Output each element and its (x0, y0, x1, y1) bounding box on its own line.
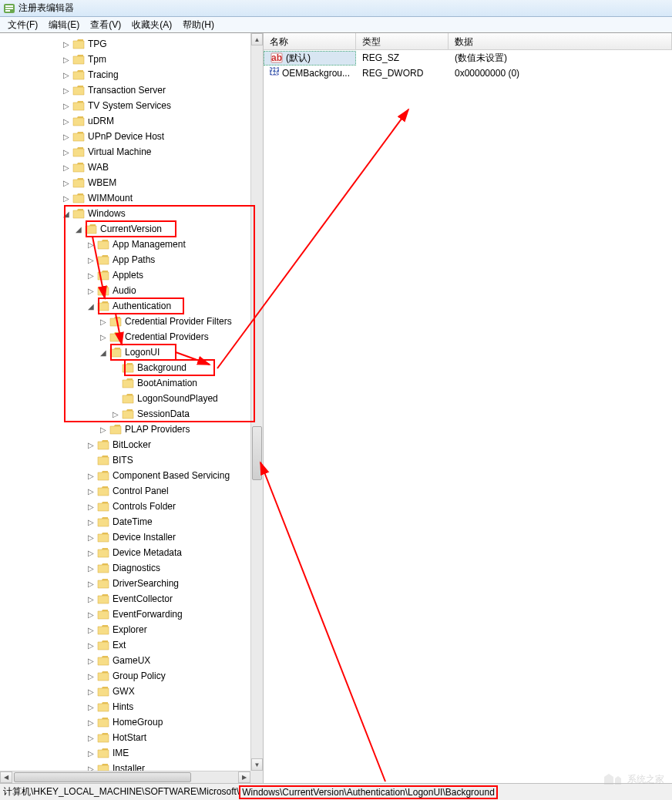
tree-node[interactable]: ▷DriverSearching (0, 576, 250, 591)
tree-node[interactable]: ▷Control Panel (0, 483, 250, 499)
tree-node[interactable]: ▷HotStart (0, 730, 250, 745)
tree-node[interactable]: ▷PLAP Providers (0, 422, 250, 437)
menu-edit[interactable]: 编辑(E) (44, 17, 84, 33)
expand-icon[interactable]: ▷ (99, 425, 108, 434)
tree-node[interactable]: ▷Transaction Server (0, 82, 250, 98)
expand-icon[interactable]: ▷ (62, 163, 71, 172)
hscroll-thumb[interactable] (14, 772, 191, 782)
expand-icon[interactable]: ▷ (62, 132, 71, 141)
expand-icon[interactable]: ▷ (62, 193, 71, 203)
expand-icon[interactable]: ▷ (99, 317, 108, 326)
expand-icon[interactable]: ▷ (62, 116, 71, 126)
tree-node[interactable]: ▷SessionData (0, 406, 250, 422)
expand-icon[interactable]: ▷ (86, 625, 96, 634)
tree-node[interactable]: ▷Audio (0, 283, 250, 298)
expand-icon[interactable]: ▷ (86, 548, 96, 557)
expand-icon[interactable]: ▷ (86, 255, 96, 264)
tree-node[interactable]: ◢Windows (0, 206, 250, 221)
expand-icon[interactable]: ▷ (86, 610, 96, 619)
scroll-down-button[interactable]: ▼ (251, 758, 263, 771)
expand-icon[interactable]: ▷ (86, 533, 96, 542)
tree-node[interactable]: ▷uDRM (0, 113, 250, 129)
expand-icon[interactable]: ▷ (62, 147, 71, 156)
scroll-right-button[interactable]: ▶ (238, 771, 250, 783)
tree-node[interactable]: ▷Ext (0, 637, 250, 653)
expand-icon[interactable]: ▷ (86, 563, 96, 573)
tree-node[interactable]: ▷Tpm (0, 52, 250, 67)
menu-view[interactable]: 查看(V) (86, 17, 126, 33)
expand-icon[interactable]: ▷ (111, 409, 120, 418)
tree-node[interactable]: ▷Background (0, 360, 250, 375)
scroll-up-button[interactable]: ▲ (251, 33, 263, 45)
expand-icon[interactable]: ▷ (86, 471, 96, 480)
tree-node[interactable]: ▷TPG (0, 36, 250, 52)
tree-node[interactable]: ▷BootAnimation (0, 375, 250, 391)
tree-node[interactable]: ◢LogonUI (0, 345, 250, 360)
col-name[interactable]: 名称 (264, 33, 356, 49)
expand-icon[interactable]: ▷ (86, 271, 96, 280)
tree-node[interactable]: ▷GWX (0, 684, 250, 699)
tree-node[interactable]: ▷DateTime (0, 514, 250, 529)
tree-node[interactable]: ▷Tracing (0, 67, 250, 82)
tree-node[interactable]: ▷Applets (0, 267, 250, 283)
tree-node[interactable]: ▷IME (0, 745, 250, 761)
expand-icon[interactable]: ▷ (86, 240, 96, 249)
expand-icon[interactable]: ▷ (86, 656, 96, 665)
col-data[interactable]: 数据 (449, 33, 672, 49)
expand-icon[interactable]: ▷ (62, 86, 71, 95)
menu-favorites[interactable]: 收藏夹(A) (127, 17, 176, 33)
expand-icon[interactable]: ▷ (86, 594, 96, 603)
expand-icon[interactable]: ▷ (86, 671, 96, 681)
tree-node[interactable]: ▷Component Based Servicing (0, 468, 250, 483)
scroll-left-button[interactable]: ◀ (0, 771, 12, 783)
tree-node[interactable]: ▷Explorer (0, 622, 250, 637)
tree-node[interactable]: ▷Installer (0, 761, 250, 771)
expand-icon[interactable]: ▷ (99, 332, 108, 341)
expand-icon[interactable]: ▷ (86, 733, 96, 742)
expand-icon[interactable]: ▷ (86, 579, 96, 588)
expand-icon[interactable]: ▷ (86, 517, 96, 526)
collapse-icon[interactable]: ◢ (99, 348, 108, 357)
menu-file[interactable]: 文件(F) (3, 17, 42, 33)
expand-icon[interactable]: ▷ (62, 101, 71, 110)
expand-icon[interactable]: ▷ (86, 440, 96, 449)
tree-hscrollbar[interactable]: ◀ ▶ (0, 771, 250, 783)
tree-node[interactable]: ▷WAB (0, 160, 250, 175)
tree-node[interactable]: ◢Authentication (0, 298, 250, 314)
expand-icon[interactable]: ▷ (86, 748, 96, 758)
tree-node[interactable]: ▷WBEM (0, 175, 250, 190)
expand-icon[interactable]: ▷ (86, 640, 96, 650)
col-type[interactable]: 类型 (356, 33, 449, 49)
expand-icon[interactable]: ▷ (62, 39, 71, 49)
tree-node[interactable]: ▷Credential Providers (0, 329, 250, 345)
expand-icon[interactable]: ▷ (86, 702, 96, 711)
tree-node[interactable]: ▷App Management (0, 237, 250, 252)
tree-node[interactable]: ▷BitLocker (0, 437, 250, 452)
tree-vscrollbar[interactable]: ▲ ▼ (250, 33, 263, 771)
expand-icon[interactable]: ▷ (86, 486, 96, 496)
value-row[interactable]: ab(默认)REG_SZ(数值未设置) (264, 50, 672, 66)
value-row[interactable]: 011110OEMBackgrou...REG_DWORD0x00000000 … (264, 66, 672, 81)
tree-node[interactable]: ▷EventCollector (0, 591, 250, 607)
expand-icon[interactable]: ▷ (86, 502, 96, 511)
tree-node[interactable]: ◢CurrentVersion (0, 221, 250, 237)
tree-node[interactable]: ▷Controls Folder (0, 499, 250, 514)
tree-node[interactable]: ▷GameUX (0, 653, 250, 668)
tree-node[interactable]: ▷Group Policy (0, 668, 250, 684)
expand-icon[interactable]: ▷ (86, 718, 96, 727)
tree-node[interactable]: ▷LogonSoundPlayed (0, 391, 250, 406)
tree-node[interactable]: ▷Diagnostics (0, 560, 250, 576)
expand-icon[interactable]: ▷ (86, 764, 96, 771)
tree-node[interactable]: ▷UPnP Device Host (0, 129, 250, 144)
expand-icon[interactable]: ▷ (86, 687, 96, 696)
tree-node[interactable]: ▷Virtual Machine (0, 144, 250, 160)
tree-node[interactable]: ▷WIMMount (0, 190, 250, 206)
expand-icon[interactable]: ▷ (62, 70, 71, 79)
expand-icon[interactable]: ▷ (62, 178, 71, 187)
tree-node[interactable]: ▷Device Metadata (0, 545, 250, 560)
tree-node[interactable]: ▷Credential Provider Filters (0, 314, 250, 329)
collapse-icon[interactable]: ◢ (62, 209, 71, 218)
collapse-icon[interactable]: ◢ (86, 301, 96, 311)
tree-node[interactable]: ▷App Paths (0, 252, 250, 267)
tree-node[interactable]: ▷HomeGroup (0, 714, 250, 730)
